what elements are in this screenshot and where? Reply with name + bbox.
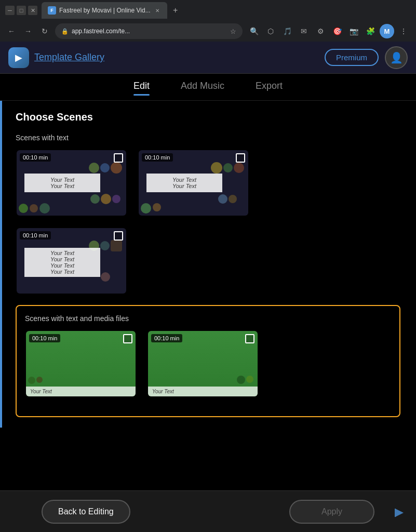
scene-checkbox-3[interactable] <box>114 231 123 241</box>
tab-export[interactable]: Export <box>256 81 283 94</box>
app-logo-icon: ▶ <box>8 47 29 68</box>
scene-time-badge-2: 00:10 min <box>142 153 173 162</box>
lock-icon: 🔒 <box>61 28 69 35</box>
minimize-button[interactable]: ─ <box>5 6 15 15</box>
media-scene-checkbox-1[interactable] <box>123 334 132 343</box>
media-scene-text-1: Your Text <box>30 389 131 394</box>
tab-close-icon[interactable]: ✕ <box>154 7 161 14</box>
scene-time-badge-3: 00:10 min <box>20 231 51 240</box>
refresh-nav-button[interactable]: ↻ <box>38 25 51 37</box>
tab-edit[interactable]: Edit <box>133 81 150 94</box>
back-to-editing-button[interactable]: Back to Editing <box>42 500 130 524</box>
scene-text-line-7: Your Text <box>30 262 95 269</box>
scenes-media-section: Scenes with text and media files Your Te… <box>16 305 400 417</box>
dev-icon[interactable]: ⚙ <box>313 24 328 38</box>
green-food-items-2 <box>237 376 253 384</box>
scene-text-line-3: Your Text <box>153 177 216 183</box>
address-bar[interactable]: 🔒 app.fastreel.com/te... ☆ <box>55 23 243 39</box>
media-scene-checkbox-2[interactable] <box>245 334 254 343</box>
search-extensions-icon[interactable]: 🔍 <box>247 24 261 38</box>
logo-symbol: ▶ <box>15 52 22 63</box>
scenes-media-grid: Your Text 00:10 min <box>25 330 391 397</box>
puzzle-icon[interactable]: 🧩 <box>363 24 378 38</box>
scene-checkbox-2[interactable] <box>236 153 245 163</box>
fastreel-logo-icon <box>393 507 406 519</box>
scene-text-overlay-1: Your Text Your Text <box>24 174 100 192</box>
user-avatar-button[interactable]: 👤 <box>385 46 408 69</box>
scene-text-line-2: Your Text <box>31 183 94 189</box>
back-nav-button[interactable]: ← <box>5 25 18 37</box>
scenes-text-grid: Your Text Your Text 00:10 min <box>16 149 400 217</box>
maximize-button[interactable]: □ <box>17 6 26 15</box>
scene-card-3[interactable]: Your Text Your Text Your Text Your Text … <box>16 227 127 295</box>
url-text: app.fastreel.com/te... <box>72 28 227 35</box>
apply-button[interactable]: Apply <box>289 500 374 524</box>
scene-text-line-6: Your Text <box>30 256 95 262</box>
email-icon[interactable]: ✉ <box>297 24 311 38</box>
forward-nav-button[interactable]: → <box>22 25 34 37</box>
tab-bar: F Fastreel by Movavi | Online Vid... ✕ + <box>42 2 182 19</box>
section-title: Choose Scenes <box>16 111 400 123</box>
scenes-text-label: Scenes with text <box>16 134 400 142</box>
new-tab-button[interactable]: + <box>169 4 182 17</box>
svg-marker-0 <box>395 509 404 517</box>
scene-card-media-2[interactable]: Your Text 00:10 min <box>147 330 259 397</box>
toolbar-icons: 🔍 ⬡ 🎵 ✉ ⚙ 🎯 📷 🧩 M ⋮ <box>247 24 411 38</box>
extension2-icon[interactable]: 🎯 <box>330 24 344 38</box>
media-scene-time-badge-2: 00:10 min <box>151 334 182 342</box>
extensions-icon[interactable]: ⬡ <box>263 24 278 38</box>
fastreel-watermark <box>393 507 406 522</box>
scene-text-line-8: Your Text <box>30 269 95 275</box>
scene-text-line-5: Your Text <box>30 250 95 256</box>
bookmark-icon[interactable]: ☆ <box>230 28 236 35</box>
green-text-bar-2: Your Text <box>148 387 258 396</box>
tab-add-music[interactable]: Add Music <box>181 81 224 94</box>
browser-titlebar: ─ □ ✕ F Fastreel by Movavi | Online Vid.… <box>0 0 416 21</box>
content-area: Choose Scenes Scenes with text <box>0 101 416 428</box>
nav-tabs: Edit Add Music Export <box>0 74 416 101</box>
scene-text-line-4: Your Text <box>153 183 216 189</box>
bottom-bar: Back to Editing Apply <box>0 490 416 532</box>
scenes-media-label: Scenes with text and media files <box>25 314 391 323</box>
app-logo-area: ▶ Template Gallery <box>8 47 325 68</box>
left-accent-bar <box>0 101 2 428</box>
browser-omnibar: ← → ↻ 🔒 app.fastreel.com/te... ☆ 🔍 ⬡ 🎵 ✉… <box>0 21 416 42</box>
green-food-items-1 <box>28 377 43 384</box>
active-tab[interactable]: F Fastreel by Movavi | Online Vid... ✕ <box>42 2 167 19</box>
page-content: Choose Scenes Scenes with text <box>0 101 416 428</box>
scene-checkbox-1[interactable] <box>114 153 123 163</box>
menu-icon[interactable]: ⋮ <box>396 24 411 38</box>
scene-time-badge-1: 00:10 min <box>20 153 51 162</box>
media-scene-time-badge-1: 00:10 min <box>29 334 60 342</box>
scene-card-media-1[interactable]: Your Text 00:10 min <box>25 330 137 397</box>
user-avatar-icon: 👤 <box>390 51 403 64</box>
media-scene-text-2: Your Text <box>152 389 253 394</box>
tab-favicon: F <box>48 6 56 15</box>
scene-card-2[interactable]: Your Text Your Text 00:10 min <box>138 149 249 217</box>
scene-food-bottom-2 <box>141 203 207 214</box>
close-button[interactable]: ✕ <box>28 6 37 15</box>
scene-card-1[interactable]: Your Text Your Text 00:10 min <box>16 149 127 217</box>
scene-food-bottom-1 <box>19 203 85 214</box>
green-text-bar-1: Your Text <box>26 387 136 396</box>
app-header: ▶ Template Gallery Premium 👤 <box>0 42 416 74</box>
tab-title: Fastreel by Movavi | Online Vid... <box>59 7 151 14</box>
scene-text-overlay-3: Your Text Your Text Your Text Your Text <box>24 248 100 277</box>
user-avatar-toolbar[interactable]: M <box>380 24 394 38</box>
window-controls: ─ □ ✕ <box>5 6 37 15</box>
scene-text-line-1: Your Text <box>31 177 94 183</box>
profile-icon[interactable]: 🎵 <box>280 24 294 38</box>
scenes-text-grid-row2: Your Text Your Text Your Text Your Text … <box>16 227 400 295</box>
scene-text-overlay-2: Your Text Your Text <box>146 174 222 192</box>
app-title[interactable]: Template Gallery <box>34 52 104 63</box>
camera-icon[interactable]: 📷 <box>346 24 361 38</box>
premium-button[interactable]: Premium <box>325 49 379 66</box>
browser-chrome: ─ □ ✕ F Fastreel by Movavi | Online Vid.… <box>0 0 416 42</box>
